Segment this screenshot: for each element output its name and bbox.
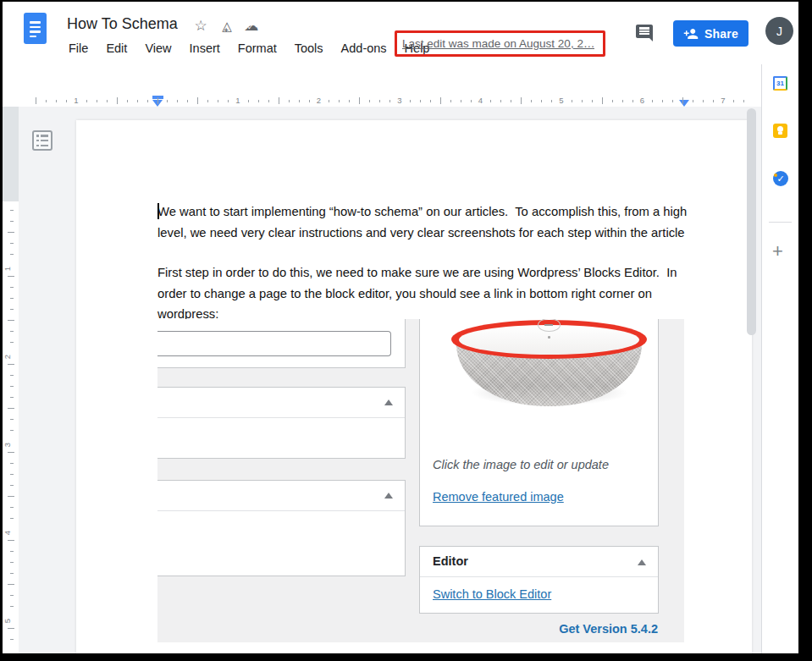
last-edit-status[interactable]: Last edit was made on August 20, 2… <box>402 32 594 56</box>
side-panel-separator <box>769 222 792 223</box>
ruler-tick <box>10 386 14 387</box>
wp-editor-panel: Editor Switch to Block Editor <box>419 546 659 614</box>
ruler-tick <box>268 100 269 102</box>
ruler-tick <box>147 100 148 102</box>
ruler-tick <box>490 100 491 102</box>
ruler-tick <box>672 100 673 102</box>
share-button-label: Share <box>704 27 738 41</box>
ruler-tick <box>187 100 188 102</box>
wp-text-input <box>157 331 391 356</box>
outline-glyph-row <box>36 140 48 142</box>
ruler-tick <box>10 595 14 596</box>
ruler-tick <box>97 100 97 102</box>
ruler-tick <box>420 100 421 102</box>
wp-metabox-2-header <box>157 481 405 511</box>
ruler-tick <box>86 100 87 102</box>
document-status-cloud-icon[interactable]: ☁✓ <box>243 18 260 35</box>
google-calendar-icon[interactable]: 31 <box>773 76 787 91</box>
menu-item-tools[interactable]: Tools <box>293 41 325 56</box>
menu-item-addons[interactable]: Add-ons <box>340 41 389 56</box>
ruler-tick <box>471 100 472 102</box>
ruler-tick <box>10 419 14 420</box>
star-icon[interactable]: ☆ <box>192 18 209 35</box>
ruler-tick <box>8 364 14 365</box>
ruler-tick <box>389 100 390 102</box>
ruler-tick <box>10 430 14 431</box>
ruler-tick <box>10 287 14 288</box>
comment-icon[interactable] <box>634 23 655 43</box>
ruler-tick <box>10 331 14 332</box>
paragraph-2[interactable]: First step in order to do this, we need … <box>157 262 699 325</box>
ruler-number: 5 <box>559 96 563 105</box>
ruler-tick <box>652 100 653 102</box>
ruler-tick <box>10 342 14 343</box>
menu-item-file[interactable]: File <box>67 41 90 56</box>
menu-item-format[interactable]: Format <box>236 41 279 56</box>
ruler-tick <box>107 100 108 102</box>
ruler-tick <box>258 100 259 102</box>
outline-glyph-row <box>36 145 48 147</box>
ruler-tick <box>551 100 552 102</box>
text-line: We want to start implementing “how-to sc… <box>157 201 699 223</box>
first-line-indent-marker[interactable] <box>152 96 163 99</box>
google-tasks-icon[interactable]: ✓ <box>773 171 788 186</box>
docs-window: How To Schema ☆ △+ ☁✓ FileEditViewInsert… <box>3 2 798 653</box>
get-addons-plus-button[interactable]: + <box>772 240 783 262</box>
wp-metabox-2 <box>157 480 406 576</box>
ruler-tick <box>632 100 633 102</box>
menu-item-insert[interactable]: Insert <box>188 41 222 56</box>
ruler-tick <box>10 210 14 211</box>
ruler-tick <box>8 496 14 497</box>
ruler-tick <box>703 100 704 102</box>
ruler-tick <box>10 606 14 607</box>
collapse-triangle-icon <box>638 559 646 565</box>
ruler-number: 3 <box>397 96 401 105</box>
collapse-triangle-icon <box>384 399 393 405</box>
wp-featured-image-panel: Click the image to edit or update Remove… <box>419 319 659 526</box>
ruler-tick <box>10 573 14 574</box>
vertical-ruler: 12345 <box>3 107 19 653</box>
ruler-tick <box>8 540 14 541</box>
ruler-tick <box>8 320 14 321</box>
wp-image-caption: Click the image to edit or update <box>433 458 609 471</box>
right-indent-marker[interactable] <box>679 100 689 107</box>
ruler-tick <box>10 485 14 486</box>
ruler-tick <box>10 518 14 519</box>
cloud-check-glyph: ✓ <box>247 19 254 36</box>
ruler-number: 1 <box>235 96 240 105</box>
text-line: level, we need very clear instructions a… <box>157 223 699 244</box>
google-keep-icon[interactable] <box>773 124 787 138</box>
ruler-tick <box>10 551 14 552</box>
ruler-tick <box>10 254 14 255</box>
ruler-tick <box>218 100 218 102</box>
menu-item-view[interactable]: View <box>143 41 173 56</box>
ruler-tick <box>10 375 14 376</box>
switch-to-block-editor-link: Switch to Block Editor <box>433 587 551 601</box>
ruler-tick <box>137 100 138 102</box>
keep-bulb-base <box>778 132 782 135</box>
account-avatar[interactable]: J <box>765 17 793 45</box>
embedded-wordpress-screenshot[interactable]: Click the image to edit or update Remove… <box>157 319 684 642</box>
outline-glyph-row <box>36 135 48 137</box>
ruler-tick <box>450 100 451 102</box>
ruler-number: 4 <box>3 531 12 535</box>
drive-shortcut-icon[interactable]: △+ <box>218 18 235 35</box>
ruler-tick <box>410 100 411 102</box>
document-title[interactable]: How To Schema <box>67 15 178 33</box>
show-outline-button[interactable] <box>32 130 52 151</box>
ruler-tick <box>10 562 14 563</box>
ruler-number: 5 <box>3 619 12 623</box>
keep-bulb-glyph <box>777 126 783 132</box>
google-docs-logo-icon[interactable] <box>24 13 47 44</box>
ruler-tick <box>461 100 461 102</box>
paragraph-1[interactable]: We want to start implementing “how-to sc… <box>157 201 699 243</box>
menu-item-edit[interactable]: Edit <box>104 41 129 56</box>
ruler-number: 1 <box>74 96 78 105</box>
ruler-tick <box>339 100 340 102</box>
ruler-tick <box>10 298 14 299</box>
ruler-tick <box>612 100 613 102</box>
document-page[interactable]: We want to start implementing “how-to sc… <box>76 120 752 653</box>
menu-bar: FileEditViewInsertFormatToolsAdd-onsHelp <box>67 39 431 58</box>
share-button[interactable]: Share <box>673 20 748 47</box>
vertical-scrollbar-thumb[interactable] <box>747 108 756 335</box>
